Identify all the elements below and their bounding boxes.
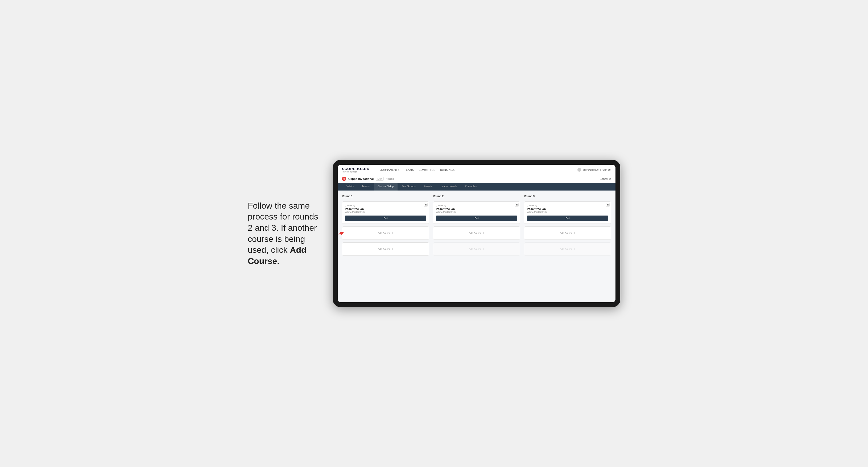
- tab-course-setup[interactable]: Course Setup: [374, 183, 398, 190]
- round-3-title: Round 3: [524, 195, 611, 198]
- logo-sub: Powered by clippd: [342, 171, 370, 173]
- round-2-edit-button[interactable]: Edit: [436, 216, 517, 221]
- round-1-add-course-2[interactable]: Add Course +: [342, 242, 429, 256]
- instruction-text: Follow the same process for rounds 2 and…: [248, 200, 322, 267]
- round-3-column: Round 3 (Course A) Peachtree GC Yellow (…: [524, 195, 611, 256]
- top-nav: SCOREBOARD Powered by clippd TOURNAMENTS…: [338, 165, 616, 175]
- tab-results[interactable]: Results: [420, 183, 436, 190]
- nav-committee[interactable]: COMMITTEE: [418, 168, 435, 172]
- close-icon-r2: ✕: [516, 204, 518, 206]
- nav-tournaments[interactable]: TOURNAMENTS: [378, 168, 399, 172]
- add-course-r2-label-2: Add Course: [469, 248, 482, 250]
- add-course-r3-text-2: Add Course +: [560, 247, 576, 251]
- close-icon-r3: ✕: [607, 204, 609, 206]
- user-avatar: [578, 168, 581, 172]
- add-course-r3-text-1: Add Course +: [560, 231, 576, 235]
- nav-right: blair@clippd.io | Sign out: [578, 168, 611, 172]
- round-1-course-label: (Course A): [345, 205, 426, 207]
- round-3-remove-button[interactable]: ✕: [606, 203, 610, 207]
- round-3-course-wrapper: (Course A) Peachtree GC Yellow (M) (6629…: [524, 201, 611, 224]
- round-2-course-name: Peachtree GC: [436, 207, 517, 211]
- round-1-course-card: (Course A) Peachtree GC Yellow (M) (6629…: [342, 201, 429, 224]
- gender-badge: Men: [376, 177, 384, 181]
- tournament-info: C Clippd Invitational Men Hosting: [342, 177, 394, 181]
- tablet-frame: SCOREBOARD Powered by clippd TOURNAMENTS…: [333, 160, 620, 307]
- round-2-remove-button[interactable]: ✕: [515, 203, 519, 207]
- tablet-screen: SCOREBOARD Powered by clippd TOURNAMENTS…: [338, 165, 616, 302]
- cancel-button[interactable]: Cancel ✕: [600, 178, 611, 180]
- add-course-label-2: Add Course: [378, 248, 391, 250]
- round-3-course-card: (Course A) Peachtree GC Yellow (M) (6629…: [524, 201, 611, 224]
- page-wrapper: Follow the same process for rounds 2 and…: [248, 160, 620, 307]
- round-1-course-details: Yellow (M) (6629 yds): [345, 211, 426, 213]
- round-1-course-name: Peachtree GC: [345, 207, 426, 211]
- add-plus-r2-icon-2: +: [483, 247, 484, 251]
- round-2-add-course-1[interactable]: Add Course +: [433, 226, 520, 240]
- add-course-text-2: Add Course +: [378, 247, 394, 251]
- round-1-course-wrapper: (Course A) Peachtree GC Yellow (M) (6629…: [342, 201, 429, 224]
- cancel-icon: ✕: [609, 178, 611, 180]
- user-email: blair@clippd.io: [583, 168, 598, 171]
- round-1-remove-button[interactable]: ✕: [424, 203, 428, 207]
- add-plus-r2-icon-1: +: [483, 231, 484, 235]
- add-course-r3-label-1: Add Course: [560, 232, 572, 235]
- scoreboard-logo: SCOREBOARD Powered by clippd: [342, 167, 370, 173]
- close-icon: ✕: [425, 204, 427, 206]
- round-3-edit-button[interactable]: Edit: [527, 216, 608, 221]
- add-course-r2-text-1: Add Course +: [469, 231, 485, 235]
- round-2-add-course-2: Add Course +: [433, 242, 520, 256]
- add-plus-r3-icon-1: +: [574, 231, 575, 235]
- round-3-add-course-1[interactable]: Add Course +: [524, 226, 611, 240]
- tab-printables[interactable]: Printables: [461, 183, 480, 190]
- tab-leaderboards[interactable]: Leaderboards: [437, 183, 461, 190]
- add-course-text-1: Add Course +: [378, 231, 394, 235]
- annotation-arrow: [338, 226, 344, 240]
- instruction-bold: Add Course.: [248, 245, 306, 266]
- rounds-grid: Round 1 (Course A) Peachtree GC Yellow (…: [342, 195, 611, 256]
- hosting-badge: Hosting: [386, 178, 394, 180]
- round-2-course-card: (Course A) Peachtree GC Yellow (M) (6629…: [433, 201, 520, 224]
- clippd-logo-icon: C: [342, 177, 346, 181]
- tab-details[interactable]: Details: [342, 183, 358, 190]
- round-2-course-label: (Course A): [436, 205, 517, 207]
- round-2-title: Round 2: [433, 195, 520, 198]
- nav-links: TOURNAMENTS TEAMS COMMITTEE RANKINGS: [378, 168, 571, 172]
- round-2-course-details: Yellow (M) (6629 yds): [436, 211, 517, 213]
- tab-bar: Details Teams Course Setup Tee Groups Re…: [338, 183, 616, 190]
- round-1-add-course-1[interactable]: Add Course +: [342, 226, 429, 240]
- add-plus-icon-1: +: [392, 231, 393, 235]
- round-3-add-course-2: Add Course +: [524, 242, 611, 256]
- tab-teams[interactable]: Teams: [358, 183, 373, 190]
- nav-rankings[interactable]: RANKINGS: [440, 168, 455, 172]
- round-2-course-wrapper: (Course A) Peachtree GC Yellow (M) (6629…: [433, 201, 520, 224]
- main-content: Round 1 (Course A) Peachtree GC Yellow (…: [338, 190, 616, 302]
- add-plus-icon-2: +: [392, 247, 393, 251]
- nav-separator: |: [600, 168, 601, 171]
- logo-title: SCOREBOARD: [342, 167, 370, 171]
- tab-tee-groups[interactable]: Tee Groups: [398, 183, 420, 190]
- add-course-r2-text-2: Add Course +: [469, 247, 485, 251]
- round-2-column: Round 2 (Course A) Peachtree GC Yellow (…: [433, 195, 520, 256]
- round-3-course-details: Yellow (M) (6629 yds): [527, 211, 608, 213]
- round-1-column: Round 1 (Course A) Peachtree GC Yellow (…: [342, 195, 429, 256]
- nav-teams[interactable]: TEAMS: [404, 168, 414, 172]
- round-3-course-name: Peachtree GC: [527, 207, 608, 211]
- round-3-course-label: (Course A): [527, 205, 608, 207]
- add-course-r3-label-2: Add Course: [560, 248, 572, 250]
- sub-header: C Clippd Invitational Men Hosting Cancel…: [338, 175, 616, 183]
- add-course-label-1: Add Course: [378, 232, 391, 235]
- sign-out-link[interactable]: Sign out: [602, 168, 611, 171]
- round-1-edit-button[interactable]: Edit: [345, 216, 426, 221]
- round-1-title: Round 1: [342, 195, 429, 198]
- add-plus-r3-icon-2: +: [574, 247, 575, 251]
- tournament-name: Clippd Invitational: [348, 177, 374, 180]
- add-course-r2-label-1: Add Course: [469, 232, 482, 235]
